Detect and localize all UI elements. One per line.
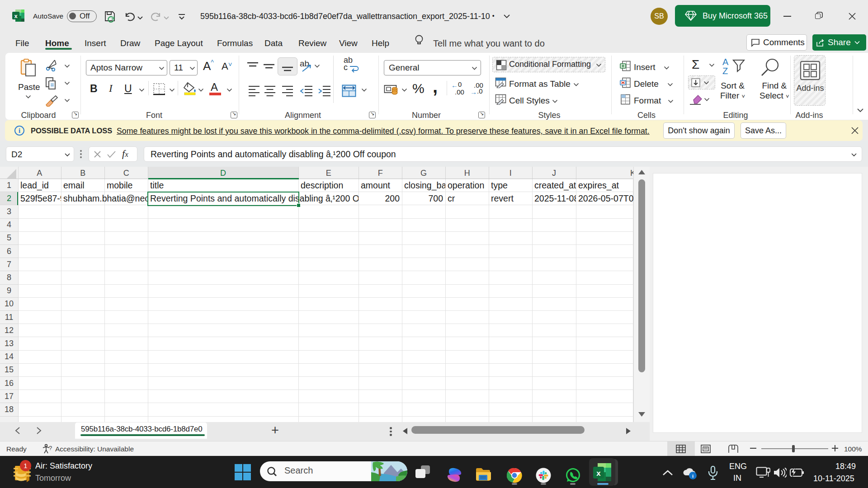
svg-text:?: ? [49, 445, 52, 451]
svg-text:x: x [596, 469, 601, 478]
svg-text:x: x [14, 13, 18, 19]
